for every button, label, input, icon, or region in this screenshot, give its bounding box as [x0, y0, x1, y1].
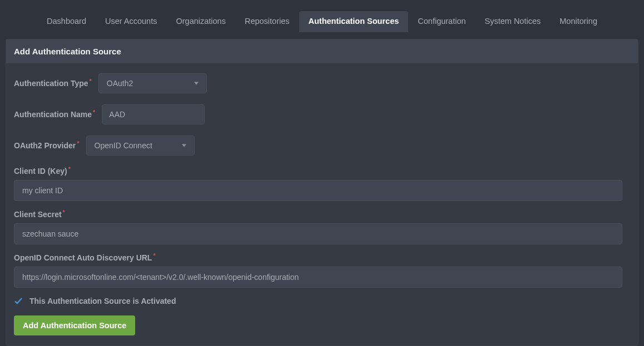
activated-checkbox[interactable] — [14, 297, 23, 305]
tab-dashboard[interactable]: Dashboard — [37, 11, 96, 32]
auth-type-value: OAuth2 — [107, 79, 133, 88]
client-secret-label: Client Secret — [14, 210, 630, 219]
oauth2-provider-value: OpenID Connect — [95, 141, 152, 150]
tab-configuration[interactable]: Configuration — [408, 11, 475, 32]
client-id-label: Client ID (Key) — [14, 167, 630, 175]
auth-name-input[interactable] — [102, 104, 205, 124]
discovery-url-input[interactable] — [14, 267, 622, 288]
client-id-input[interactable] — [14, 180, 622, 201]
tab-system-notices[interactable]: System Notices — [475, 11, 551, 32]
oauth2-provider-select[interactable]: OpenID Connect — [86, 136, 195, 156]
auth-name-label: Authentication Name — [14, 110, 94, 119]
field-auth-type: Authentication Type OAuth2 — [14, 73, 630, 93]
field-client-secret: Client Secret — [14, 210, 630, 244]
chevron-down-icon — [194, 82, 199, 85]
oauth2-provider-label: OAuth2 Provider — [14, 141, 78, 150]
admin-topnav: Dashboard User Accounts Organizations Re… — [0, 0, 644, 32]
activated-label: This Authentication Source is Activated — [29, 297, 176, 305]
add-auth-source-button[interactable]: Add Authentication Source — [14, 315, 135, 335]
field-client-id: Client ID (Key) — [14, 167, 630, 201]
chevron-down-icon — [182, 144, 186, 147]
client-secret-input[interactable] — [14, 223, 622, 244]
tab-authentication-sources[interactable]: Authentication Sources — [299, 11, 409, 32]
check-icon — [14, 297, 23, 305]
tab-organizations[interactable]: Organizations — [166, 11, 235, 32]
discovery-url-label: OpenID Connect Auto Discovery URL — [14, 253, 630, 262]
auth-type-select[interactable]: OAuth2 — [98, 73, 207, 93]
panel-title: Add Authentication Source — [6, 39, 638, 63]
field-auth-name: Authentication Name — [14, 104, 630, 124]
panel-body: Authentication Type OAuth2 Authenticatio… — [6, 63, 638, 345]
tab-monitoring[interactable]: Monitoring — [550, 11, 607, 32]
activated-row: This Authentication Source is Activated — [14, 297, 630, 305]
auth-type-label: Authentication Type — [14, 79, 91, 88]
field-discovery-url: OpenID Connect Auto Discovery URL — [14, 253, 630, 288]
tab-user-accounts[interactable]: User Accounts — [96, 11, 167, 32]
field-oauth2-provider: OAuth2 Provider OpenID Connect — [14, 136, 630, 156]
tab-repositories[interactable]: Repositories — [235, 11, 299, 32]
add-auth-source-panel: Add Authentication Source Authentication… — [6, 39, 638, 346]
